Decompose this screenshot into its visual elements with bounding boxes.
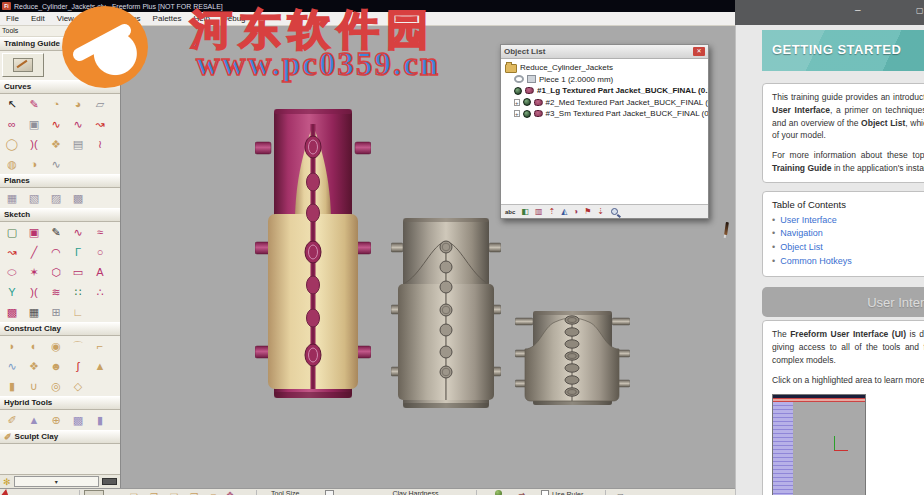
fill-pattern-icon[interactable]: ▩ [1, 303, 23, 321]
smooth-ball-icon[interactable] [495, 490, 502, 495]
paint-piece-icon[interactable]: ◧ [521, 208, 529, 216]
curve-ball-icon[interactable]: ◔ [45, 95, 67, 113]
menu-view[interactable]: View [51, 14, 80, 23]
move-curve-icon[interactable]: ↝ [89, 115, 111, 133]
fine-grid-icon[interactable]: ⊞ [45, 303, 67, 321]
polyline-icon[interactable]: ≈ [89, 223, 111, 241]
sketch-plane-icon[interactable]: ▩ [67, 189, 89, 207]
tree-item[interactable]: +#3_Sm Textured Part Jacket_BUCK_FINAL (… [503, 108, 706, 120]
corner-icon[interactable]: Γ [67, 243, 89, 261]
freehand-curve-icon[interactable]: ∿ [67, 223, 89, 241]
expander-icon[interactable]: + [514, 99, 520, 106]
drop-piece-icon[interactable]: ⇣ [597, 208, 604, 216]
section-header-sketch[interactable]: Sketch [0, 208, 120, 222]
ridge-sphere-icon[interactable]: ◑ [23, 155, 45, 173]
section-header-sculpt-clay[interactable]: ✐Sculpt Clay [0, 430, 120, 444]
offset-curve-icon[interactable]: ≋ [45, 283, 67, 301]
layout-grid-icon[interactable]: ▦ [23, 303, 45, 321]
line-icon[interactable]: ╱ [23, 243, 45, 261]
polygon-icon[interactable]: ⬡ [45, 263, 67, 281]
pull-curve-icon[interactable]: ∿ [45, 115, 67, 133]
pattern-grid-icon[interactable]: ∷ [67, 283, 89, 301]
menu-palettes[interactable]: Palettes [147, 14, 188, 23]
ring-clay-icon[interactable]: ◎ [45, 377, 67, 395]
menu-pieces[interactable]: Pieces [111, 14, 147, 23]
flag-piece-icon[interactable]: ⚑ [584, 208, 591, 216]
sketch-select-icon[interactable]: ▢ [1, 223, 23, 241]
rotate-piece-icon[interactable]: ◑ [573, 208, 578, 216]
lump-clay-icon[interactable]: ◉ [45, 337, 67, 355]
section-header-curves[interactable]: Curves [0, 80, 120, 94]
bowl-clay-icon[interactable]: ∪ [23, 377, 45, 395]
texture-piece-icon[interactable]: ▥ [535, 208, 543, 216]
dimension-icon[interactable]: ∟ [67, 303, 89, 321]
split-curves-icon[interactable]: )( [23, 135, 45, 153]
section-header-hybrid-tools[interactable]: Hybrid Tools [0, 396, 120, 410]
tree-item[interactable]: #1_Lg Textured Part Jacket_BUCK_FINAL (0… [503, 85, 706, 97]
tool-size-value-box[interactable] [325, 490, 334, 495]
squiggle-clay-icon[interactable]: ∿ [1, 357, 23, 375]
twist-clay-icon[interactable]: ◗ [1, 337, 23, 355]
section-header-planes[interactable]: Planes [0, 174, 120, 188]
smear-tool-icon[interactable]: ❒ [184, 490, 204, 495]
select-cursor-icon[interactable] [1, 489, 11, 495]
palette-dropdown[interactable]: ▾ [14, 476, 99, 487]
emboss-sphere-icon[interactable]: ◍ [1, 155, 23, 173]
circle-icon[interactable]: ○ [89, 243, 111, 261]
tree-item[interactable]: Reduce_Cylinder_Jackets [503, 62, 706, 74]
cone-hybrid-icon[interactable]: ▲ [23, 411, 45, 429]
gravel-clay-icon[interactable]: ▲ [89, 357, 111, 375]
toc-link-user-interface[interactable]: User Interface [780, 214, 837, 228]
section-header-training-guide[interactable]: Training Guide [0, 37, 120, 51]
mirror-piece-icon[interactable]: ◭ [561, 208, 567, 216]
paint-tool-icon[interactable]: ❖ [226, 490, 234, 495]
select-arrow-icon[interactable]: ↖ [1, 95, 23, 113]
palette-options-icon[interactable]: ✻ [3, 477, 11, 487]
scrape-tool-icon[interactable]: ❏ [124, 490, 144, 495]
search-piece-icon[interactable] [610, 207, 620, 217]
slice-clay-icon[interactable]: ◐ [23, 337, 45, 355]
pipe-clay-icon[interactable]: ⌐ [89, 337, 111, 355]
model-jacket-large[interactable] [255, 106, 371, 401]
pull-tool-icon[interactable]: ❑ [164, 490, 184, 495]
toc-link-object-list[interactable]: Object List [780, 241, 823, 255]
expander-icon[interactable]: + [514, 110, 520, 117]
shell-clay-icon[interactable]: ◇ [67, 377, 89, 395]
flatten-tool-icon[interactable]: ✒ [104, 490, 124, 495]
join-curves-icon[interactable]: Y [1, 283, 23, 301]
extract-curve-icon[interactable]: ▣ [23, 115, 45, 133]
carve-tool-icon[interactable]: ✑ [84, 490, 104, 495]
close-icon[interactable]: ✕ [693, 47, 705, 56]
tree-item[interactable]: Piece 1 (2.0000 mm) [503, 74, 706, 86]
wire-clay-icon[interactable]: ʃ [67, 357, 89, 375]
palette-handle[interactable] [102, 478, 117, 485]
box-curve-icon[interactable]: ▤ [67, 135, 89, 153]
split-curve-icon[interactable]: )( [23, 283, 45, 301]
block-clay-icon[interactable]: ▮ [1, 377, 23, 395]
model-jacket-small[interactable] [515, 309, 630, 409]
rename-abc-icon[interactable]: abc [505, 209, 515, 215]
training-guide-button[interactable] [2, 53, 44, 77]
text-icon[interactable]: A [89, 263, 111, 281]
edit-curve-ball-icon[interactable]: ◕ [67, 95, 89, 113]
menu-debug[interactable]: Debug [216, 14, 252, 23]
ball-curve-icon[interactable]: ◯ [1, 135, 23, 153]
menu-tools[interactable]: Tools [80, 14, 111, 23]
training-window-titlebar[interactable]: – ▢ [735, 0, 924, 25]
sketch-group-icon[interactable]: ▣ [23, 223, 45, 241]
minimize-icon[interactable]: – [855, 4, 861, 15]
spine-curve-icon[interactable]: ≀ [89, 135, 111, 153]
ui-screenshot-thumbnail[interactable] [772, 394, 866, 495]
palette-title[interactable]: Tools [0, 26, 120, 37]
hook-clay-icon[interactable]: ⌒ [67, 337, 89, 355]
menu-file[interactable]: File [0, 14, 25, 23]
drag-clay-curve-icon[interactable]: ❖ [45, 135, 67, 153]
tree-item[interactable]: +#2_Med Textured Part Jacket_BUCK_FINAL … [503, 97, 706, 109]
project-curve-icon[interactable]: ▱ [89, 95, 111, 113]
toc-link-common-hotkeys[interactable]: Common Hotkeys [780, 255, 852, 269]
cylinder-hybrid-icon[interactable]: ▮ [89, 411, 111, 429]
arc-icon[interactable]: ◠ [45, 243, 67, 261]
model-jacket-medium[interactable] [391, 216, 501, 411]
ellipse-icon[interactable]: ⬭ [1, 263, 23, 281]
sketch-curve-icon[interactable]: ✎ [23, 95, 45, 113]
